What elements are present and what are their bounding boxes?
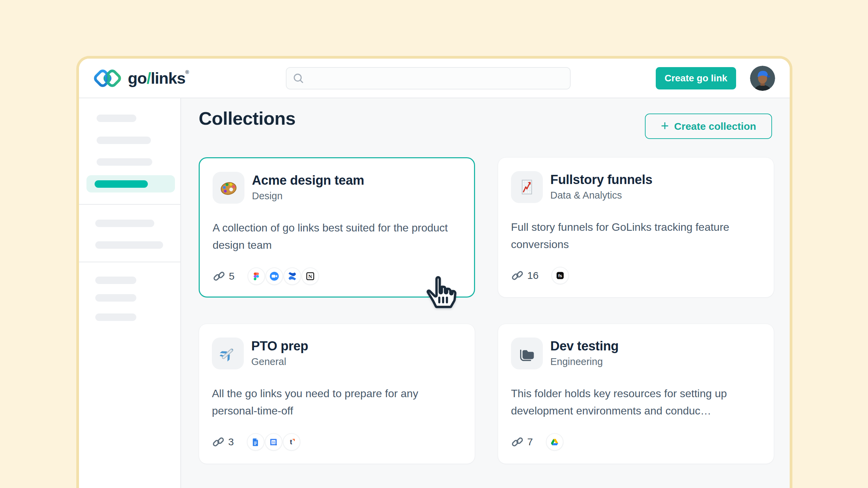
search-bar[interactable] <box>286 67 571 89</box>
top-navbar: go/links® Create go link <box>79 59 790 98</box>
app-icon-row <box>546 433 564 451</box>
collection-category: General <box>251 356 308 367</box>
sidebar-divider <box>79 204 180 205</box>
collection-title: PTO prep <box>251 339 308 353</box>
golinks-logo[interactable]: go/links® <box>92 68 189 89</box>
search-input[interactable] <box>309 73 564 84</box>
link-icon <box>213 270 225 283</box>
svg-text:fs: fs <box>558 273 562 278</box>
collection-card-pto-prep[interactable]: PTO prep General All the go links you ne… <box>199 324 475 464</box>
sidebar-skeleton-item <box>95 294 136 302</box>
link-count: 3 <box>228 436 234 448</box>
collection-footer: 16 fs <box>511 267 569 284</box>
collection-description: A collection of go links best suited for… <box>213 219 463 255</box>
registered-mark: ® <box>185 69 189 75</box>
link-count: 7 <box>527 436 533 448</box>
sidebar-skeleton-item <box>95 277 136 284</box>
sidebar-item-collections-active[interactable] <box>86 175 175 192</box>
trainual-icon: t <box>283 433 300 451</box>
collection-footer: 5 <box>213 267 319 285</box>
app-icon-row: N <box>248 267 319 285</box>
collection-description: This folder holds key resources for sett… <box>511 385 762 420</box>
fullstory-icon: fs <box>551 267 569 284</box>
collection-card-fullstory-funnels[interactable]: Fullstory funnels Data & Analytics Full … <box>498 157 774 298</box>
sidebar-skeleton-item <box>95 220 154 227</box>
active-item-bar <box>95 180 148 188</box>
sidebar-skeleton-item <box>95 241 163 249</box>
sidebar-skeleton-item <box>97 158 152 166</box>
link-count: 16 <box>527 270 538 281</box>
sidebar-skeleton-item <box>97 137 151 144</box>
notion-icon: N <box>301 267 319 285</box>
user-avatar[interactable] <box>750 66 775 91</box>
folder-icon <box>511 338 543 369</box>
svg-text:t: t <box>290 438 292 446</box>
link-icon <box>511 435 524 448</box>
collection-description: Full story funnels for GoLinks tracking … <box>511 219 762 254</box>
google-docs-icon <box>247 433 264 451</box>
link-icon <box>511 269 524 282</box>
sidebar-skeleton-item <box>97 115 136 122</box>
page-title: Collections <box>199 108 296 129</box>
collection-description: All the go links you need to prepare for… <box>212 385 463 420</box>
chart-increasing-icon <box>511 171 543 203</box>
zoom-icon <box>265 267 283 285</box>
sidebar-skeleton-item <box>95 313 136 321</box>
search-icon <box>293 73 304 84</box>
sidebar-nav <box>79 98 181 488</box>
sidebar-divider <box>79 262 180 262</box>
palette-icon <box>213 172 244 204</box>
collection-footer: 3 <box>212 433 301 451</box>
link-icon <box>212 435 225 448</box>
logo-wordmark: go/links® <box>128 68 189 89</box>
collection-footer: 7 <box>511 433 564 451</box>
collection-category: Engineering <box>550 356 619 367</box>
confluence-icon <box>283 267 301 285</box>
collection-card-dev-testing[interactable]: Dev testing Engineering This folder hold… <box>498 324 774 464</box>
svg-text:N: N <box>308 273 312 279</box>
google-drive-icon <box>546 433 564 451</box>
figma-icon <box>248 267 265 285</box>
app-window: go/links® Create go link <box>76 56 792 488</box>
golinks-chain-icon <box>92 68 123 89</box>
create-go-link-button[interactable]: Create go link <box>656 67 736 89</box>
plus-icon: + <box>661 119 669 133</box>
collection-title: Dev testing <box>550 339 619 353</box>
link-count: 5 <box>229 270 235 282</box>
collections-page: Collections + Create collection <box>181 98 790 488</box>
collection-title: Acme design team <box>252 173 364 188</box>
app-icon-row: fs <box>551 267 569 284</box>
airplane-icon <box>212 338 244 369</box>
collection-category: Data & Analytics <box>550 190 652 201</box>
collection-category: Design <box>252 190 364 202</box>
collection-card-acme-design-team[interactable]: Acme design team Design A collection of … <box>199 157 475 298</box>
app-icon-row: 31 t <box>247 433 301 451</box>
create-collection-button[interactable]: + Create collection <box>645 114 772 139</box>
google-calendar-icon: 31 <box>265 433 282 451</box>
svg-text:31: 31 <box>272 440 275 444</box>
collection-title: Fullstory funnels <box>550 172 652 187</box>
